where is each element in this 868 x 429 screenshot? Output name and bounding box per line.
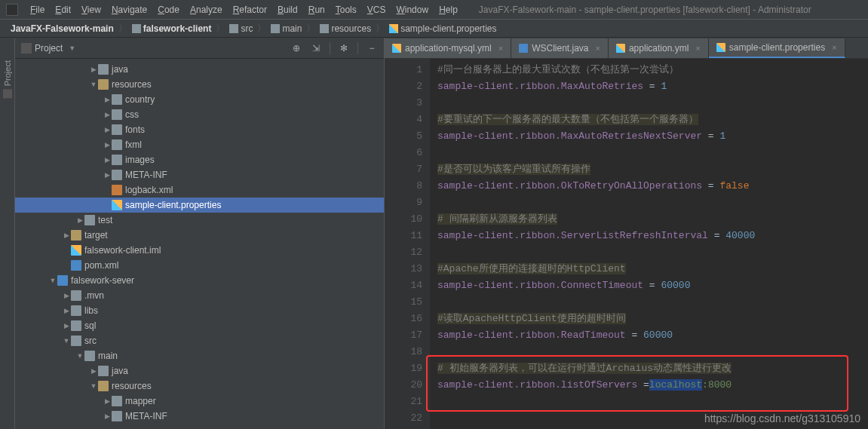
tree-node[interactable]: ▶.mvn [15,288,384,303]
locate-icon[interactable]: ⊕ [290,42,302,54]
tree-node[interactable]: ▶css [15,107,384,122]
code-line[interactable]: sample-client.ribbon.listOfServers =loca… [437,377,860,394]
menu-navigate[interactable]: Navigate [107,3,152,17]
tree-arrow-icon[interactable]: ▶ [103,171,112,179]
menu-code[interactable]: Code [153,3,184,17]
code-line[interactable]: #是否可以为该客户端重试所有操作 [437,161,860,178]
tree-node[interactable]: ▶fonts [15,122,384,137]
code-line[interactable]: #同一台服务器上的最大重试次数（不包括第一次尝试） [437,62,860,78]
editor-tab[interactable]: application-mysql.yml× [385,38,511,58]
tree-arrow-icon[interactable]: ▶ [89,367,98,375]
breadcrumb-item[interactable]: src [226,22,256,35]
menu-view[interactable]: View [77,3,106,17]
code-line[interactable]: #要重试的下一个服务器的最大数量（不包括第一个服务器） [437,112,860,128]
code-content[interactable]: #同一台服务器上的最大重试次数（不包括第一次尝试）sample-client.r… [430,59,868,429]
code-line[interactable] [437,294,860,311]
close-icon[interactable]: × [596,44,600,53]
menu-help[interactable]: Help [434,3,462,17]
menu-refactor[interactable]: Refactor [229,3,271,17]
tree-node[interactable]: falsework-client.iml [15,243,384,258]
expand-icon[interactable]: ⇲ [310,42,322,54]
code-line[interactable] [437,344,860,360]
menu-window[interactable]: Window [391,3,433,17]
tree-arrow-icon[interactable]: ▶ [75,216,84,224]
tree-arrow-icon[interactable]: ▶ [103,412,112,420]
breadcrumb-item[interactable]: main [268,22,305,35]
editor[interactable]: 12345678910111213141516171819202122 #同一台… [385,59,868,429]
tree-arrow-icon[interactable]: ▶ [103,111,112,118]
code-line[interactable]: sample-client.ribbon.MaxAutoRetriesNextS… [437,128,860,145]
tree-node[interactable]: ▶java [15,363,384,378]
tree-node[interactable]: ▼src [15,333,384,348]
breadcrumb-item[interactable]: resources [317,22,374,35]
tree-node[interactable]: logback.xml [15,182,384,198]
tree-node[interactable]: ▼resources [15,77,384,92]
code-line[interactable] [437,244,860,261]
tree-node[interactable]: ▶java [15,62,384,77]
tree-node[interactable]: ▶test [15,213,384,228]
menu-run[interactable]: Run [304,3,330,17]
code-line[interactable]: #读取ApacheHttpClient使用的超时时间 [437,311,860,327]
tree-arrow-icon[interactable]: ▶ [103,156,112,164]
tree-arrow-icon[interactable]: ▶ [62,292,71,299]
tree-node[interactable]: ▶fxml [15,137,384,152]
tree-node[interactable]: ▼main [15,348,384,363]
tree-node[interactable]: ▼falsework-sever [15,273,384,288]
tree-node[interactable]: ▼resources [15,378,384,394]
tree-node[interactable]: ▶META-INF [15,409,384,424]
code-line[interactable]: # 初始服务器列表，可以在运行时通过Archaius动态属性进行更改 [437,360,860,377]
tree-node[interactable]: sample-client.properties [15,198,384,213]
project-tool-button[interactable]: Project [3,60,12,98]
menu-tools[interactable]: Tools [331,3,361,17]
tree-arrow-icon[interactable]: ▼ [89,81,98,88]
close-icon[interactable]: × [832,43,836,52]
tree-arrow-icon[interactable]: ▼ [89,382,98,390]
tree-node[interactable]: ▶country [15,92,384,107]
tree-arrow-icon[interactable]: ▼ [48,277,57,284]
panel-title[interactable]: Project ▼ [21,43,75,54]
hide-icon[interactable]: − [366,42,378,54]
project-tree[interactable]: ▶java▼resources▶country▶css▶fonts▶fxml▶i… [15,59,384,429]
code-line[interactable]: sample-client.ribbon.ReadTimeout = 60000 [437,327,860,344]
tree-node[interactable]: ▶mapper [15,394,384,409]
tree-arrow-icon[interactable]: ▼ [75,352,84,360]
tree-arrow-icon[interactable]: ▶ [62,231,71,239]
code-line[interactable]: sample-client.ribbon.ConnectTimeout = 60… [437,277,860,294]
close-icon[interactable]: × [498,44,503,53]
tree-arrow-icon[interactable]: ▶ [89,66,98,73]
code-line[interactable]: sample-client.ribbon.MaxAutoRetries = 1 [437,78,860,95]
editor-tab[interactable]: WSClient.java× [511,38,609,58]
close-icon[interactable]: × [695,44,700,53]
tree-arrow-icon[interactable]: ▶ [103,126,112,133]
editor-tab[interactable]: sample-client.properties× [709,38,845,58]
menu-build[interactable]: Build [273,3,302,17]
code-line[interactable]: sample-client.ribbon.ServerListRefreshIn… [437,228,860,244]
code-line[interactable] [437,145,860,161]
tree-node[interactable]: ▶libs [15,303,384,318]
tree-arrow-icon[interactable]: ▶ [103,96,112,103]
tree-node[interactable]: ▶images [15,152,384,167]
editor-tab[interactable]: application.yml× [609,38,709,58]
code-line[interactable]: # 间隔刷新从源服务器列表 [437,211,860,228]
code-line[interactable]: #Apache所使用的连接超时的HttpClient [437,261,860,277]
code-line[interactable] [437,195,860,211]
breadcrumb-item[interactable]: JavaFX-Falsework-main [8,22,117,35]
menu-file[interactable]: File [26,3,49,17]
tree-arrow-icon[interactable]: ▶ [103,397,112,405]
tree-arrow-icon[interactable]: ▶ [103,141,112,149]
tree-node[interactable]: pom.xml [15,258,384,273]
code-line[interactable]: sample-client.ribbon.OkToRetryOnAllOpera… [437,178,860,195]
tree-arrow-icon[interactable]: ▶ [62,322,71,329]
menu-vcs[interactable]: VCS [363,3,391,17]
code-line[interactable] [437,394,860,410]
tree-arrow-icon[interactable]: ▶ [62,307,71,314]
tree-node[interactable]: ▶target [15,228,384,243]
breadcrumb-item[interactable]: falsework-client [129,22,215,35]
tree-arrow-icon[interactable]: ▼ [62,337,71,345]
code-line[interactable] [437,95,860,112]
breadcrumb-item[interactable]: sample-client.properties [386,22,499,35]
menu-edit[interactable]: Edit [51,3,75,17]
tree-node[interactable]: ▶META-INF [15,167,384,182]
menu-analyze[interactable]: Analyze [186,3,227,17]
gear-icon[interactable]: ✻ [338,42,350,54]
